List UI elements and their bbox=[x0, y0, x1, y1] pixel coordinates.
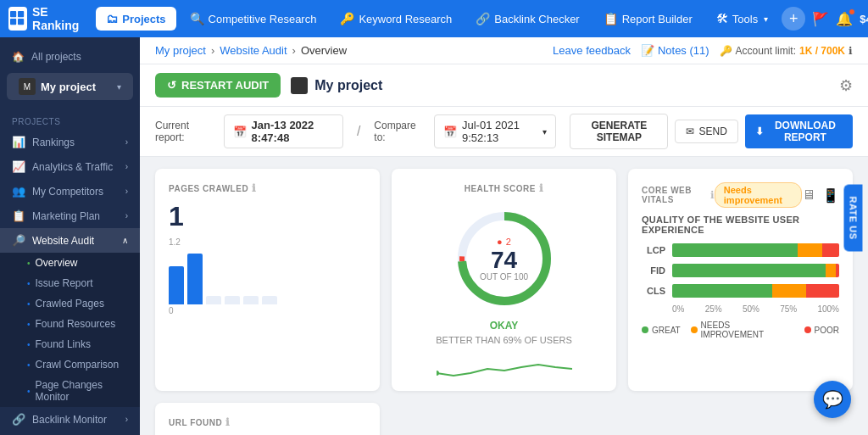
notifications-icon[interactable]: 🔔 bbox=[836, 11, 853, 27]
sidebar-item-marketing[interactable]: 📋 Marketing Plan › bbox=[0, 204, 140, 228]
nav-tab-report-builder[interactable]: 📋 Report Builder bbox=[593, 7, 703, 31]
account-limit: 🔑 Account limit: 1K / 700K ℹ bbox=[720, 45, 853, 57]
bar-3 bbox=[206, 296, 221, 304]
brand-name: SE Ranking bbox=[32, 5, 84, 32]
pages-crawled-x-labels: 0 bbox=[169, 306, 366, 315]
rate-us-tab[interactable]: RATE US bbox=[844, 184, 863, 251]
cwv-axis: 0% 25% 50% 75% 100% bbox=[642, 304, 839, 314]
tools-icon: 🛠 bbox=[716, 12, 728, 25]
sidebar-item-website-audit[interactable]: 🔎 Website Audit ∧ bbox=[0, 228, 140, 253]
send-label: SEND bbox=[698, 125, 726, 137]
sidebar-sub-overview[interactable]: Overview bbox=[0, 253, 140, 273]
lcp-yellow-seg bbox=[798, 243, 823, 257]
nav-tab-projects[interactable]: 🗂 Projects bbox=[96, 7, 175, 31]
found-resources-label: Found Resources bbox=[36, 318, 116, 330]
settings-button[interactable]: ⚙ bbox=[839, 76, 853, 95]
project-selector[interactable]: M My project ▾ bbox=[7, 73, 133, 100]
send-button[interactable]: ✉ SEND bbox=[675, 120, 737, 143]
generate-sitemap-button[interactable]: GENERATE SITEMAP bbox=[570, 114, 668, 149]
url-found-title: URL FOUND ℹ bbox=[169, 416, 366, 428]
nav-tab-backlink-checker[interactable]: 🔗 Backlink Checker bbox=[465, 7, 589, 31]
health-status: OKAY bbox=[490, 320, 519, 332]
axis-25: 25% bbox=[705, 304, 722, 314]
sidebar-item-social-media[interactable]: 📱 Social Media › bbox=[0, 432, 140, 435]
desktop-icon[interactable]: 🖥 bbox=[802, 187, 815, 204]
backlink-checker-label: Backlink Checker bbox=[494, 13, 579, 25]
sidebar-item-rankings[interactable]: 📊 Rankings › bbox=[0, 130, 140, 154]
send-email-icon: ✉ bbox=[686, 125, 694, 137]
nav-tab-keyword-research[interactable]: 🔑 Keyword Research bbox=[330, 7, 462, 31]
svg-point-7 bbox=[437, 371, 439, 376]
breadcrumb-my-project[interactable]: My project bbox=[155, 44, 206, 57]
report-separator: / bbox=[357, 124, 360, 139]
bar-1 bbox=[169, 266, 184, 304]
download-report-button[interactable]: ⬇ DOWNLOAD REPORT bbox=[745, 114, 853, 148]
all-projects-link[interactable]: 🏠 All projects bbox=[0, 44, 140, 70]
account-limit-icon: 🔑 bbox=[720, 45, 732, 57]
project-title-area: My project bbox=[291, 77, 829, 94]
add-button[interactable]: + bbox=[782, 7, 805, 31]
health-out-of: OUT OF 100 bbox=[480, 272, 528, 282]
mobile-icon[interactable]: 📱 bbox=[822, 187, 839, 204]
sidebar-item-analytics[interactable]: 📈 Analytics & Traffic › bbox=[0, 154, 140, 179]
backlink-monitor-arrow-icon: › bbox=[125, 415, 128, 424]
cwv-header: CORE WEB VITALS ℹ Needs improvement 🖥 📱 bbox=[642, 182, 839, 208]
competitors-icon: 👥 bbox=[12, 185, 25, 198]
health-dot-count: 2 bbox=[506, 237, 511, 247]
legend-great-dot bbox=[642, 326, 648, 333]
legend-poor: POOR bbox=[804, 321, 839, 339]
sidebar-sub-crawled-pages[interactable]: Crawled Pages bbox=[0, 293, 140, 314]
cwv-legend: GREAT NEEDS IMPROVEMENT POOR bbox=[642, 321, 839, 339]
nav-tab-tools[interactable]: 🛠 Tools ▾ bbox=[706, 7, 778, 31]
sidebar-sub-found-resources[interactable]: Found Resources bbox=[0, 314, 140, 334]
health-score-info-icon: ℹ bbox=[539, 182, 544, 194]
restart-icon: ↺ bbox=[167, 79, 176, 92]
leave-feedback-link[interactable]: Leave feedback bbox=[553, 44, 631, 57]
sidebar: 🏠 All projects M My project ▾ PROJECTS 📊… bbox=[0, 37, 140, 435]
breadcrumb-overview: Overview bbox=[301, 44, 347, 57]
restart-audit-button[interactable]: ↺ RESTART AUDIT bbox=[155, 73, 281, 98]
fid-label: FID bbox=[642, 265, 665, 276]
analytics-icon: 📈 bbox=[12, 160, 25, 173]
keyword-research-icon: 🔑 bbox=[340, 12, 354, 25]
breadcrumb-sep-1: › bbox=[211, 44, 214, 57]
marketing-arrow-icon: › bbox=[125, 211, 128, 220]
health-score-card: HEALTH SCORE ℹ ● 2 74 bbox=[392, 169, 616, 391]
brand-logo[interactable]: SE Ranking bbox=[8, 5, 84, 32]
crawled-pages-label: Crawled Pages bbox=[36, 298, 104, 310]
sidebar-item-competitors[interactable]: 👥 My Competitors › bbox=[0, 179, 140, 204]
sidebar-top-section: 🏠 All projects M My project ▾ bbox=[0, 37, 140, 110]
sidebar-rankings-label: Rankings bbox=[32, 137, 75, 148]
cwv-fid-row: FID bbox=[642, 264, 839, 277]
bar-2 bbox=[187, 254, 203, 304]
bar-5 bbox=[243, 296, 259, 304]
sidebar-sub-crawl-comparison[interactable]: Crawl Comparison bbox=[0, 354, 140, 375]
sidebar-sub-found-links[interactable]: Found Links bbox=[0, 334, 140, 354]
compare-date-selector[interactable]: 📅 Jul-01 2021 9:52:13 ▾ bbox=[434, 114, 556, 148]
svg-rect-0 bbox=[10, 11, 16, 17]
legend-great: GREAT bbox=[642, 321, 681, 339]
breadcrumb-actions: Leave feedback 📝 Notes (11) 🔑 Account li… bbox=[553, 44, 853, 57]
flag-icon[interactable]: 🚩 bbox=[812, 11, 829, 27]
nav-tab-competitive-research[interactable]: 🔍 Competitive Research bbox=[180, 7, 327, 31]
lcp-green-seg bbox=[672, 243, 798, 257]
sidebar-sub-issue-report[interactable]: Issue Report bbox=[0, 273, 140, 293]
svg-rect-3 bbox=[18, 19, 24, 25]
sidebar-sub-page-changes[interactable]: Page Changes Monitor bbox=[0, 375, 140, 407]
project-chevron-icon: ▾ bbox=[117, 82, 121, 92]
breadcrumb-website-audit[interactable]: Website Audit bbox=[220, 44, 287, 57]
cwv-title: CORE WEB VITALS bbox=[642, 186, 705, 204]
sidebar-item-backlink-monitor[interactable]: 🔗 Backlink Monitor › bbox=[0, 407, 140, 432]
breadcrumb-sep-2: › bbox=[292, 44, 296, 57]
notes-icon: 📝 bbox=[641, 44, 654, 57]
account-limit-label: Account limit: bbox=[736, 45, 796, 57]
chat-button[interactable]: 💬 bbox=[814, 381, 851, 418]
notes-link[interactable]: 📝 Notes (11) bbox=[641, 44, 709, 57]
marketing-icon: 📋 bbox=[12, 209, 25, 222]
cls-label: CLS bbox=[642, 286, 665, 296]
current-date-value: Jan-13 2022 8:47:48 bbox=[252, 119, 334, 144]
projects-tab-label: Projects bbox=[122, 13, 165, 25]
axis-0: 0% bbox=[672, 304, 684, 314]
limit-info-icon: ℹ bbox=[849, 45, 853, 57]
main-layout: 🏠 All projects M My project ▾ PROJECTS 📊… bbox=[0, 37, 868, 435]
